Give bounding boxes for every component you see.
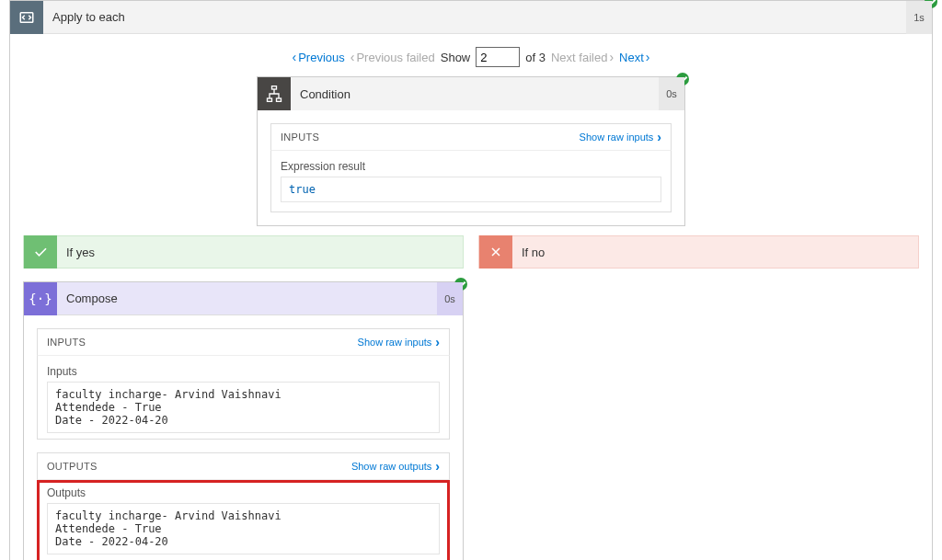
chevron-right-icon: ›: [646, 50, 650, 64]
compose-title: Compose: [57, 291, 118, 305]
chevron-right-icon: ›: [435, 459, 440, 474]
condition-body: INPUTS Show raw inputs › Expression resu…: [258, 110, 684, 225]
branches-row: If yes {·} Compose 0s INPUTS Show raw in…: [10, 235, 932, 560]
previous-link[interactable]: ‹ Previous: [293, 50, 345, 64]
condition-duration: 0s: [659, 77, 684, 110]
apply-to-each-title: Apply to each: [43, 10, 125, 24]
if-yes-title: If yes: [57, 246, 95, 259]
close-icon: [479, 235, 512, 269]
outputs-label: Outputs: [47, 486, 440, 499]
show-raw-inputs-label: Show raw inputs: [358, 337, 432, 348]
chevron-left-icon: ‹: [293, 50, 297, 64]
svg-rect-3: [277, 98, 281, 101]
show-raw-inputs-label: Show raw inputs: [580, 131, 654, 143]
show-raw-outputs-label: Show raw outputs: [351, 461, 431, 472]
condition-card: Condition 0s INPUTS Show raw inputs › Ex…: [257, 76, 685, 226]
next-link[interactable]: Next ›: [619, 50, 649, 64]
compose-duration: 0s: [437, 282, 463, 315]
previous-label: Previous: [298, 51, 345, 64]
compose-body: INPUTS Show raw inputs › Inputs faculty …: [24, 315, 463, 560]
apply-duration: 1s: [906, 1, 932, 34]
condition-header[interactable]: Condition 0s: [258, 77, 684, 110]
chevron-right-icon: ›: [609, 50, 614, 64]
compose-header[interactable]: {·} Compose 0s: [24, 282, 463, 315]
if-no-branch: If no: [478, 235, 919, 560]
loop-icon: [10, 1, 43, 34]
apply-to-each-card: Apply to each 1s ‹ Previous ‹ Previous f…: [9, 0, 933, 560]
condition-icon: [258, 77, 291, 110]
show-label: Show: [441, 51, 471, 64]
next-failed-label: Next failed: [551, 51, 607, 64]
of-label: of 3: [525, 51, 546, 64]
compose-inputs-value: faculty incharge- Arvind Vaishnavi Atten…: [47, 382, 440, 433]
condition-inputs-header: INPUTS Show raw inputs ›: [270, 123, 672, 151]
iteration-pager: ‹ Previous ‹ Previous failed Show of 3 N…: [10, 34, 932, 76]
inputs-label: Inputs: [47, 365, 440, 378]
iteration-input[interactable]: [476, 47, 520, 67]
if-no-title: If no: [512, 246, 545, 259]
compose-outputs-header: OUTPUTS Show raw outputs ›: [37, 452, 450, 480]
if-no-header[interactable]: If no: [478, 235, 919, 269]
show-raw-inputs-link[interactable]: Show raw inputs ›: [580, 130, 661, 144]
show-raw-inputs-link[interactable]: Show raw inputs ›: [358, 335, 440, 349]
previous-failed-link[interactable]: ‹ Previous failed: [350, 50, 435, 64]
inputs-header-label: INPUTS: [47, 337, 86, 348]
compose-inputs-content: Inputs faculty incharge- Arvind Vaishnav…: [37, 356, 450, 440]
compose-card: {·} Compose 0s INPUTS Show raw inputs › …: [23, 281, 464, 560]
chevron-right-icon: ›: [435, 335, 440, 349]
compose-outputs-value: faculty incharge- Arvind Vaishnavi Atten…: [47, 503, 440, 554]
inputs-label: INPUTS: [281, 131, 319, 143]
svg-rect-2: [268, 98, 272, 101]
next-label: Next: [619, 51, 644, 64]
if-yes-branch: If yes {·} Compose 0s INPUTS Show raw in…: [23, 235, 464, 560]
outputs-header-label: OUTPUTS: [47, 461, 98, 472]
condition-inputs-content: Expression result true: [270, 151, 672, 212]
next-failed-link[interactable]: Next failed ›: [551, 50, 614, 64]
expression-result-label: Expression result: [281, 160, 661, 173]
condition-title: Condition: [291, 87, 350, 101]
compose-inputs-header: INPUTS Show raw inputs ›: [37, 328, 450, 356]
check-icon: [24, 235, 57, 269]
expression-result-value: true: [281, 177, 661, 202]
compose-outputs-content: Outputs faculty incharge- Arvind Vaishna…: [37, 480, 450, 560]
svg-rect-1: [272, 86, 277, 89]
if-yes-header[interactable]: If yes: [23, 235, 464, 269]
apply-to-each-header[interactable]: Apply to each 1s: [10, 1, 932, 34]
chevron-left-icon: ‹: [350, 50, 355, 64]
previous-failed-label: Previous failed: [356, 51, 434, 64]
show-raw-outputs-link[interactable]: Show raw outputs ›: [351, 459, 440, 474]
chevron-right-icon: ›: [657, 130, 661, 144]
compose-icon: {·}: [24, 282, 57, 315]
